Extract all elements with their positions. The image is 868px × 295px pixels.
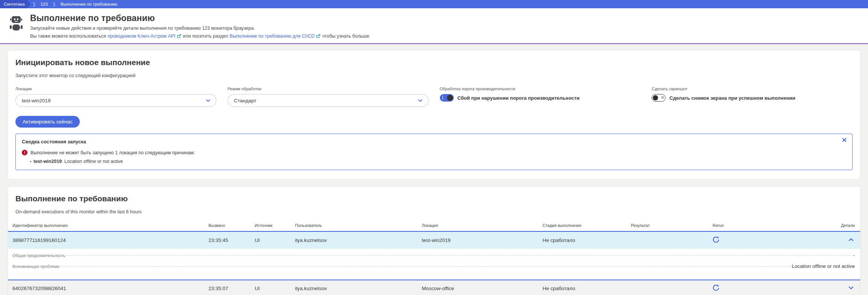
toggle-knob	[447, 95, 453, 101]
external-link-icon	[177, 34, 181, 38]
screenshot-toggle[interactable]	[652, 94, 666, 102]
screenshot-toggle-text: Сделать снимок экрана при успешном выпол…	[669, 95, 795, 101]
col-execution-id: Идентификатор выполнения	[8, 223, 208, 228]
external-link-icon	[316, 34, 321, 38]
trigger-card-subtitle: Запустите этот монитор со следующей конф…	[15, 73, 853, 78]
threshold-toggle[interactable]	[440, 94, 454, 102]
alert-message: Выполнение не может быть запущено 1 лока…	[30, 150, 195, 155]
trigger-card-title: Инициировать новое выполнение	[15, 58, 853, 67]
page-subtitle: Запускайте новые действия и проверяйте д…	[30, 26, 370, 31]
chevron-right-icon: ❯	[31, 0, 38, 8]
locations-select-value: test-win2019	[22, 98, 51, 103]
chevron-down-icon[interactable]	[848, 285, 855, 292]
locations-select[interactable]: test-win2019	[15, 94, 216, 107]
error-icon: !	[22, 150, 27, 155]
note-prefix: Вы также можете воспользоваться	[30, 33, 106, 39]
cell-triggered: 23:35:45	[208, 237, 255, 243]
alert-title: Сводка состояния запуска	[22, 139, 846, 144]
executions-card-subtitle: On-demand executions of this monitor wit…	[15, 209, 853, 214]
cell-source: UI	[255, 237, 295, 243]
screenshot-label: Сделать скриншот	[652, 87, 853, 91]
chevron-up-icon[interactable]	[848, 237, 855, 243]
cell-stage: Не сработало	[543, 286, 631, 291]
breadcrumb: Синтетика ❯ 123 ❯ Выполнение по требован…	[0, 0, 868, 8]
detail-row-problem: Возникающая проблема Location offline or…	[8, 263, 860, 274]
robot-icon	[9, 13, 24, 39]
processing-mode-field: Режим обработки Стандарт	[228, 87, 429, 107]
executions-card: Выполнение по требованию On-demand execu…	[8, 186, 860, 295]
dotted-leader	[66, 255, 852, 256]
content-area: Инициировать новое выполнение Запустите …	[0, 44, 868, 295]
detail-value: Location offline or not active	[792, 263, 855, 269]
detail-label: Общая продолжительность	[12, 253, 65, 258]
col-details: Детали	[807, 223, 860, 228]
breadcrumb-item-synthetics[interactable]: Синтетика	[0, 0, 31, 8]
cell-execution-id: 3898777116199160124	[8, 237, 208, 243]
locations-label: Локации	[15, 87, 216, 91]
processing-mode-select[interactable]: Стандарт	[228, 94, 429, 107]
dotted-leader	[60, 266, 790, 267]
note-middle: или посетить раздел	[183, 33, 228, 39]
threshold-toggle-text: Сбой при нарушении порога производительн…	[458, 95, 580, 101]
cell-source: UI	[255, 286, 295, 291]
note-suffix: чтобы узнать больше.	[322, 33, 370, 39]
col-triggered: Вызвано	[208, 223, 255, 228]
col-rerun: Rerun	[709, 223, 807, 228]
bullet-dot	[30, 161, 31, 162]
col-location: Локация	[422, 223, 543, 228]
col-result: Результат	[631, 223, 709, 228]
alert-location-name: test-win2019	[33, 159, 62, 164]
executions-card-title: Выполнение по требованию	[15, 194, 853, 203]
table-row[interactable]: 6402676732098826041 23:35:07 UI ilya.kuz…	[8, 280, 860, 295]
detail-row-duration: Общая продолжительность -	[8, 252, 860, 263]
toggle-off-mark	[661, 96, 664, 99]
cell-execution-id: 6402676732098826041	[8, 286, 208, 291]
row-details-panel: Общая продолжительность - Возникающая пр…	[8, 249, 860, 280]
page-title: Выполнение по требованию	[30, 13, 370, 23]
rerun-icon[interactable]	[713, 284, 719, 291]
toggle-knob	[653, 95, 658, 100]
col-stage: Стадия выполнения	[543, 223, 631, 228]
api-explorer-link[interactable]: проводником Ключ-Астром API	[108, 33, 175, 39]
alert-bullet: test-win2019: Location offline or not ac…	[30, 159, 846, 164]
cicd-link[interactable]: Выполнение по требованию для CI/CD	[230, 33, 315, 39]
threshold-label: Обработка порога производительности	[440, 87, 641, 91]
breadcrumb-item-monitor[interactable]: 123	[38, 0, 51, 8]
table-row[interactable]: 3898777116199160124 23:35:45 UI ilya.kuz…	[8, 232, 860, 249]
processing-mode-select-value: Стандарт	[234, 98, 257, 103]
activate-now-button[interactable]: Активировать сейчас	[15, 116, 80, 128]
cell-stage: Не сработало	[543, 237, 631, 243]
close-icon[interactable]: ✕	[842, 137, 847, 143]
table-header-row: Идентификатор выполнения Вызвано Источни…	[8, 220, 860, 232]
page-header: Выполнение по требованию Запускайте новы…	[0, 8, 868, 44]
chevron-down-icon	[205, 98, 211, 103]
page-note: Вы также можете воспользоваться проводни…	[30, 33, 370, 39]
launch-status-alert: Сводка состояния запуска ✕ ! Выполнение …	[15, 134, 853, 170]
detail-value: -	[853, 252, 855, 258]
threshold-field: Обработка порога производительности Сбой…	[440, 87, 641, 107]
breadcrumb-item-current: Выполнение по требованию	[58, 0, 120, 8]
toggle-on-mark	[442, 96, 443, 100]
trigger-config-form: Локации test-win2019 Режим обработки Ста…	[15, 87, 853, 107]
cell-user: ilya.kuznetsov	[295, 286, 422, 291]
screenshot-field: Сделать скриншот Сделать снимок экрана п…	[652, 87, 853, 107]
cell-location: test-win2019	[422, 237, 543, 243]
alert-location-reason: : Location offline or not active	[62, 159, 123, 164]
cell-location: Moscow-office	[422, 286, 543, 291]
processing-mode-label: Режим обработки	[228, 87, 429, 91]
chevron-down-icon	[418, 98, 423, 103]
trigger-execution-card: Инициировать новое выполнение Запустите …	[8, 50, 860, 179]
locations-field: Локации test-win2019	[15, 87, 216, 107]
col-user: Пользователь	[295, 223, 422, 228]
rerun-icon[interactable]	[713, 236, 719, 243]
chevron-right-icon: ❯	[51, 0, 58, 8]
col-source: Источник	[255, 223, 295, 228]
detail-label: Возникающая проблема	[12, 264, 59, 269]
cell-triggered: 23:35:07	[208, 286, 255, 291]
cell-user: ilya.kuznetsov	[295, 237, 422, 243]
